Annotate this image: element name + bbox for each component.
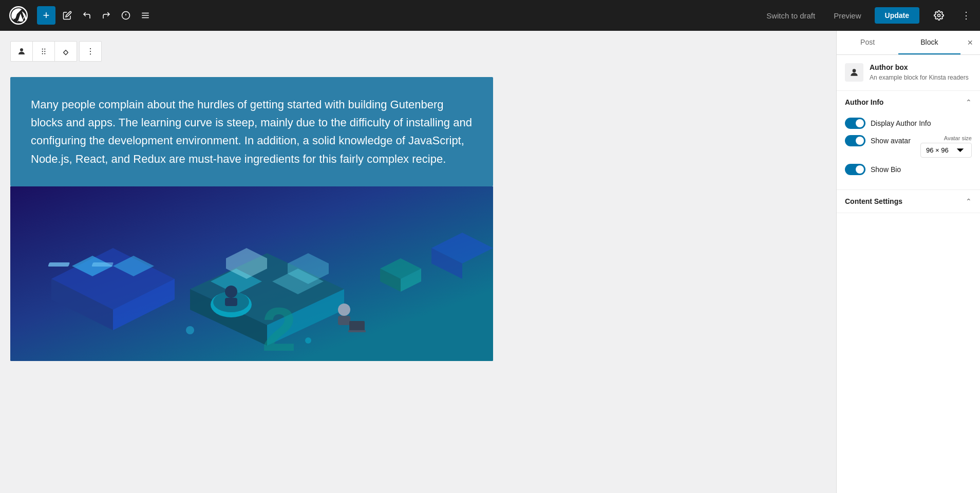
svg-point-17 — [90, 53, 91, 54]
author-info-header[interactable]: Author Info ⌃ — [837, 91, 980, 113]
show-avatar-label: Show avatar — [871, 137, 911, 145]
list-view-button[interactable] — [138, 8, 153, 23]
svg-point-15 — [90, 48, 91, 49]
author-info-section: Author Info ⌃ Display Author Info — [837, 91, 980, 190]
block-info-section: Author box An example block for Kinsta r… — [837, 55, 980, 91]
close-sidebar-button[interactable]: × — [960, 31, 981, 54]
show-bio-label: Show Bio — [871, 165, 901, 174]
sidebar-tabs: Post Block × — [837, 31, 980, 55]
svg-point-12 — [44, 51, 45, 52]
avatar-size-group: Avatar size 96 × 96 — [920, 135, 972, 158]
edit-mode-button[interactable] — [60, 8, 75, 23]
undo-button[interactable] — [79, 8, 95, 23]
display-author-info-label: Display Author Info — [871, 119, 931, 127]
svg-point-48 — [305, 337, 311, 344]
move-up-down-button[interactable] — [55, 42, 77, 61]
isometric-illustration: 2 — [10, 186, 493, 361]
image-block: 2 — [10, 186, 493, 361]
toolbar-right: Switch to draft Preview Update ⋮ — [761, 4, 974, 27]
svg-point-9 — [42, 48, 43, 49]
block-toolbar-group-1 — [10, 41, 77, 62]
block-type-button[interactable] — [11, 42, 33, 61]
show-avatar-toggle-group: Show avatar — [845, 135, 915, 146]
block-info-text: Author box An example block for Kinsta r… — [870, 63, 969, 82]
switch-to-draft-button[interactable]: Switch to draft — [761, 8, 820, 23]
redo-button[interactable] — [99, 8, 114, 23]
avatar-size-label: Avatar size — [944, 135, 972, 141]
block-options-button[interactable] — [80, 42, 101, 61]
svg-rect-40 — [348, 330, 366, 332]
show-bio-row: Show Bio — [845, 164, 972, 175]
block-name: Author box — [870, 63, 969, 71]
svg-point-49 — [853, 69, 856, 72]
svg-point-16 — [90, 51, 91, 52]
block-description: An example block for Kinsta readers — [870, 73, 969, 82]
svg-rect-24 — [48, 262, 70, 267]
svg-point-37 — [338, 304, 350, 316]
drag-handle-button[interactable] — [33, 42, 55, 61]
svg-point-10 — [44, 48, 45, 49]
svg-rect-25 — [91, 262, 114, 267]
settings-gear-button[interactable] — [928, 4, 950, 27]
details-button[interactable] — [118, 8, 134, 23]
svg-point-14 — [44, 53, 45, 54]
svg-point-7 — [938, 14, 940, 17]
avatar-size-select[interactable]: 96 × 96 — [920, 143, 972, 158]
svg-point-11 — [42, 51, 43, 52]
svg-rect-36 — [225, 298, 237, 306]
block-text: Many people complain about the hurdles o… — [31, 96, 473, 168]
show-avatar-row: Show avatar Avatar size 96 × 96 — [845, 135, 972, 158]
content-settings-chevron-icon: ⌃ — [966, 197, 972, 205]
author-info-chevron-icon: ⌃ — [966, 98, 972, 106]
main-area: Many people complain about the hurdles o… — [0, 31, 980, 493]
editor-area: Many people complain about the hurdles o… — [0, 31, 836, 493]
tab-post[interactable]: Post — [837, 31, 898, 54]
svg-point-35 — [225, 286, 237, 298]
content-settings-section: Content Settings ⌃ — [837, 190, 980, 213]
display-author-info-row: Display Author Info — [845, 118, 972, 129]
svg-point-8 — [20, 48, 23, 51]
show-bio-toggle[interactable] — [845, 164, 865, 175]
add-block-button[interactable]: + — [37, 6, 55, 25]
tab-block[interactable]: Block — [898, 31, 960, 54]
preview-button[interactable]: Preview — [828, 8, 866, 23]
author-info-content: Display Author Info Show avatar Avatar s… — [837, 113, 980, 189]
block-icon — [845, 63, 863, 82]
update-button[interactable]: Update — [875, 7, 919, 24]
top-toolbar: + Switch to draft Preview Update ⋮ — [0, 0, 980, 31]
block-toolbar-group-2 — [79, 41, 102, 62]
display-author-info-toggle[interactable] — [845, 118, 865, 129]
author-info-title: Author Info — [845, 98, 883, 106]
svg-point-13 — [42, 53, 43, 54]
content-settings-header[interactable]: Content Settings ⌃ — [837, 190, 980, 213]
svg-rect-38 — [338, 316, 350, 325]
sidebar: Post Block × Author box An example block… — [836, 31, 980, 493]
svg-text:2: 2 — [262, 295, 296, 361]
content-settings-title: Content Settings — [845, 197, 902, 205]
svg-point-47 — [186, 326, 194, 334]
wp-logo — [6, 0, 31, 31]
block-toolbar — [10, 41, 102, 62]
more-options-button[interactable]: ⋮ — [958, 7, 974, 24]
svg-rect-39 — [349, 321, 365, 331]
content-block: Many people complain about the hurdles o… — [10, 77, 493, 186]
show-avatar-toggle[interactable] — [845, 135, 865, 146]
